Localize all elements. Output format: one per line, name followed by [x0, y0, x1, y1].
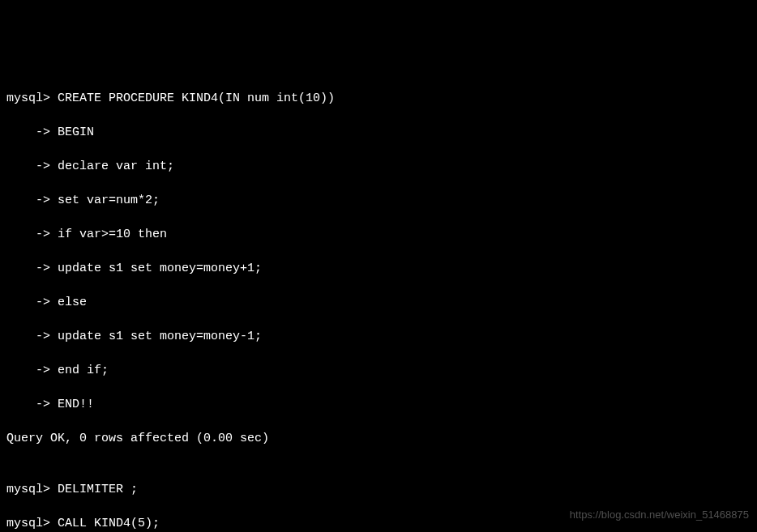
terminal-line: -> END!! — [6, 396, 751, 413]
terminal-line: mysql> CREATE PROCEDURE KIND4(IN num int… — [6, 90, 751, 107]
terminal-line: -> else — [6, 294, 751, 311]
terminal-line: -> declare var int; — [6, 158, 751, 175]
terminal-line: -> BEGIN — [6, 124, 751, 141]
terminal-line: -> set var=num*2; — [6, 192, 751, 209]
watermark-text: https://blog.csdn.net/weixin_51468875 — [570, 508, 749, 522]
terminal-line: -> if var>=10 then — [6, 226, 751, 243]
terminal-line: mysql> DELIMITER ; — [6, 481, 751, 498]
terminal-line: -> update s1 set money=money+1; — [6, 260, 751, 277]
terminal-output: mysql> CREATE PROCEDURE KIND4(IN num int… — [6, 73, 751, 532]
terminal-line: -> update s1 set money=money-1; — [6, 328, 751, 345]
terminal-line: -> end if; — [6, 362, 751, 379]
terminal-line: Query OK, 0 rows affected (0.00 sec) — [6, 430, 751, 447]
